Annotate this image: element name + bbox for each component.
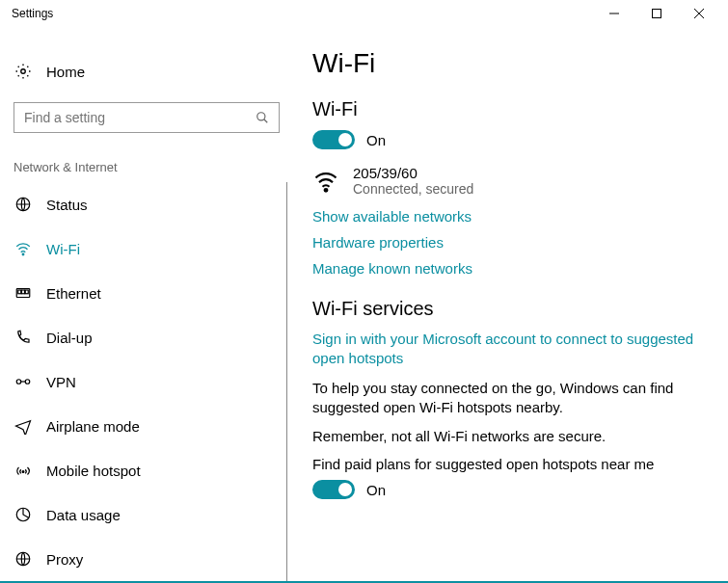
section-title: Network & Internet xyxy=(13,160,287,174)
wifi-services-title: Wi-Fi services xyxy=(312,298,709,320)
nav-item-wifi[interactable]: Wi-Fi xyxy=(8,226,286,271)
paid-plans-toggle-row: On xyxy=(312,480,709,499)
svg-point-5 xyxy=(257,113,265,120)
nav-label: Mobile hotspot xyxy=(46,463,141,479)
svg-point-4 xyxy=(21,69,26,74)
wifi-icon xyxy=(13,240,33,257)
svg-line-6 xyxy=(264,119,268,123)
network-name: 205/39/60 xyxy=(353,165,473,181)
phone-icon xyxy=(13,329,33,346)
nav-label: Data usage xyxy=(46,507,121,523)
ethernet-icon xyxy=(13,284,33,302)
nav-item-proxy[interactable]: Proxy xyxy=(8,537,286,581)
nav-item-status[interactable]: Status xyxy=(8,182,286,226)
link-show-networks[interactable]: Show available networks xyxy=(312,208,709,225)
nav-label: Airplane mode xyxy=(46,418,140,435)
svg-rect-12 xyxy=(25,290,28,294)
main-pane: Wi-Fi Wi-Fi On 205/39/60 Connected, secu… xyxy=(287,27,728,581)
wifi-toggle-label: On xyxy=(366,132,386,148)
nav-item-datausage[interactable]: Data usage xyxy=(8,492,286,537)
window-title: Settings xyxy=(8,7,53,20)
link-hardware-properties[interactable]: Hardware properties xyxy=(312,234,709,251)
nav-label: Proxy xyxy=(46,551,83,568)
nav-label: Status xyxy=(46,197,88,213)
hotspot-icon xyxy=(13,462,33,479)
svg-rect-11 xyxy=(22,290,25,294)
nav-label: Ethernet xyxy=(46,285,101,302)
airplane-icon xyxy=(13,417,33,435)
link-signin-hotspots[interactable]: Sign in with your Microsoft account to c… xyxy=(312,330,698,369)
svg-rect-1 xyxy=(653,10,661,18)
wifi-services-help: To help you stay connected on the go, Wi… xyxy=(312,379,698,418)
gear-icon xyxy=(13,63,33,80)
nav-label: Wi-Fi xyxy=(46,241,80,257)
paid-plans-toggle[interactable] xyxy=(312,480,355,499)
nav-list: Status Wi-Fi Ethernet xyxy=(8,182,287,581)
nav-label: VPN xyxy=(46,374,76,390)
maximize-icon xyxy=(652,9,661,18)
page-title: Wi-Fi xyxy=(312,48,709,79)
link-manage-known-networks[interactable]: Manage known networks xyxy=(312,260,709,277)
close-icon xyxy=(694,9,704,18)
wifi-signal-icon xyxy=(312,168,339,195)
data-usage-icon xyxy=(13,506,33,523)
minimize-button[interactable] xyxy=(593,0,635,27)
wifi-toggle[interactable] xyxy=(312,130,355,149)
home-nav[interactable]: Home xyxy=(8,50,287,93)
nav-item-dialup[interactable]: Dial-up xyxy=(8,315,286,359)
nav-item-vpn[interactable]: VPN xyxy=(8,359,286,404)
paid-plans-label: Find paid plans for suggested open hotsp… xyxy=(312,456,709,472)
paid-plans-toggle-label: On xyxy=(366,482,386,498)
wifi-toggle-row: On xyxy=(312,130,709,149)
svg-point-8 xyxy=(22,253,24,255)
wifi-section-title: Wi-Fi xyxy=(312,98,709,120)
minimize-icon xyxy=(609,9,619,18)
current-network[interactable]: 205/39/60 Connected, secured xyxy=(312,165,709,197)
svg-point-13 xyxy=(16,380,21,384)
svg-point-16 xyxy=(22,471,24,473)
nav-item-airplane[interactable]: Airplane mode xyxy=(8,404,286,448)
nav-label: Dial-up xyxy=(46,330,93,346)
nav-item-ethernet[interactable]: Ethernet xyxy=(8,271,286,315)
search-box[interactable] xyxy=(13,102,280,133)
search-icon xyxy=(256,111,269,124)
maximize-button[interactable] xyxy=(635,0,678,27)
search-input[interactable] xyxy=(24,110,256,125)
network-status: Connected, secured xyxy=(353,181,473,197)
svg-point-14 xyxy=(25,380,30,384)
globe-icon xyxy=(13,196,33,213)
close-button[interactable] xyxy=(678,0,720,27)
nav-item-hotspot[interactable]: Mobile hotspot xyxy=(8,448,286,492)
left-pane: Home Network & Internet Status xyxy=(0,27,287,581)
svg-rect-10 xyxy=(18,290,21,294)
proxy-icon xyxy=(13,550,33,568)
vpn-icon xyxy=(13,373,33,390)
home-label: Home xyxy=(46,64,85,80)
svg-point-19 xyxy=(325,189,328,192)
titlebar: Settings xyxy=(0,0,728,27)
wifi-services-remember: Remember, not all Wi-Fi networks are sec… xyxy=(312,427,698,446)
